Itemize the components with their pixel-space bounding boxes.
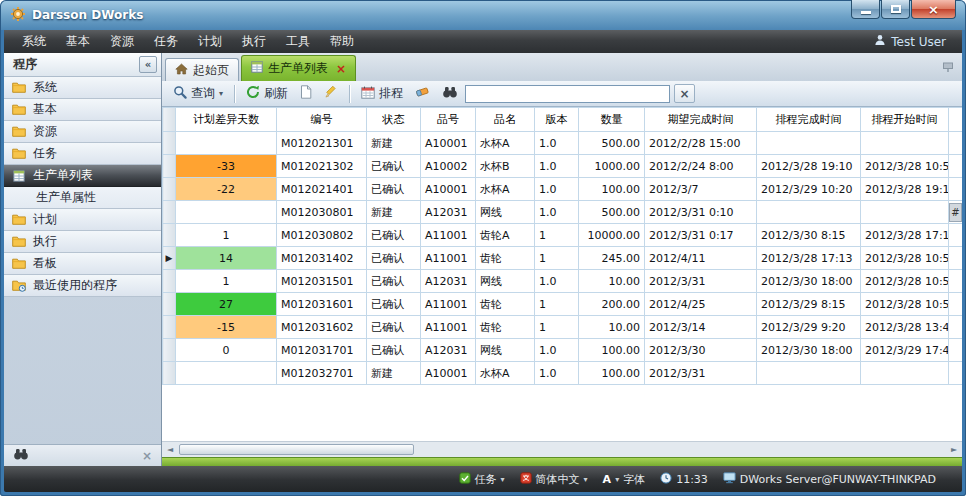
tab[interactable]: 起始页 <box>165 58 239 81</box>
pin-icon[interactable] <box>942 61 954 76</box>
cell: 新建 <box>367 201 421 224</box>
sidebar-item[interactable]: 执行 <box>4 231 161 253</box>
row-selector[interactable] <box>163 178 176 201</box>
menu-item[interactable]: 基本 <box>56 29 100 54</box>
user-indicator[interactable]: Test User <box>874 34 954 49</box>
sidebar-item[interactable]: 系统 <box>4 77 161 99</box>
column-header[interactable]: 状态 <box>367 108 421 132</box>
minimize-button[interactable] <box>851 0 880 19</box>
sidebar-item[interactable]: 生产单列表 <box>4 165 161 187</box>
row-selector[interactable] <box>163 201 176 224</box>
close-button[interactable]: × <box>911 0 956 19</box>
column-header[interactable]: 品号 <box>421 108 476 132</box>
binoculars-icon[interactable] <box>13 448 29 463</box>
column-header[interactable]: 品名 <box>476 108 535 132</box>
sidebar-item[interactable]: 计划 <box>4 209 161 231</box>
cell: 2012/4/11 <box>645 247 757 270</box>
column-header[interactable]: 数量 <box>579 108 645 132</box>
cell: M012031602 <box>277 316 367 339</box>
table-row[interactable]: 0M012031701已确认A12031网线1.0100.002012/3/30… <box>163 339 963 362</box>
row-selector[interactable] <box>163 293 176 316</box>
cell: 10000.00 <box>579 224 645 247</box>
sidebar-collapse-button[interactable]: « <box>139 56 157 73</box>
scroll-left-icon[interactable]: ◄ <box>162 445 178 454</box>
cell: 水杯A <box>476 178 535 201</box>
table-row[interactable]: -15M012031602已确认A11001齿轮110.002012/3/142… <box>163 316 963 339</box>
sidebar-item[interactable]: 资源 <box>4 121 161 143</box>
sidebar-item[interactable]: 最近使用的程序 <box>4 275 161 297</box>
table-row[interactable]: M012032701新建A10001水杯A1.0100.002012/3/31 <box>163 362 963 385</box>
status-task-dropdown[interactable]: 任务 ▾ <box>459 472 505 487</box>
tab-close-icon[interactable]: × <box>336 62 346 76</box>
table-row[interactable]: M012030801新建A12031网线1.0500.002012/3/31 0… <box>163 201 963 224</box>
row-selector[interactable] <box>163 339 176 362</box>
toolbar-search-input[interactable] <box>465 85 670 103</box>
cell: M012031501 <box>277 270 367 293</box>
menu-item[interactable]: 任务 <box>144 29 188 54</box>
eraser-button[interactable] <box>410 84 435 103</box>
find-button[interactable] <box>437 84 463 103</box>
scroll-right-icon[interactable]: ► <box>946 445 962 454</box>
cell: 网线 <box>476 339 535 362</box>
sidebar-search-close-icon[interactable]: × <box>142 449 152 463</box>
menu-item[interactable]: 资源 <box>100 29 144 54</box>
column-header[interactable]: 排程开始时间 <box>861 108 949 132</box>
column-header[interactable]: 计划差异天数 <box>176 108 277 132</box>
scrollbar-thumb[interactable] <box>179 444 414 455</box>
row-selector[interactable] <box>163 270 176 293</box>
column-header[interactable]: 版本 <box>535 108 579 132</box>
sidebar-item[interactable]: 基本 <box>4 99 161 121</box>
binoculars-icon <box>442 86 458 101</box>
sidebar-item[interactable]: 看板 <box>4 253 161 275</box>
table-row[interactable]: -22M012021401已确认A10001水杯A1.0100.002012/3… <box>163 178 963 201</box>
sidebar-item[interactable]: 生产单属性 <box>4 187 161 209</box>
table-row[interactable]: M012021301新建A10001水杯A1.0500.002012/2/28 … <box>163 132 963 155</box>
horizontal-scrollbar[interactable]: ◄ ► <box>162 441 962 457</box>
toolbar-clear-button[interactable]: × <box>674 84 695 103</box>
new-document-button[interactable] <box>295 83 317 104</box>
menu-item[interactable]: 帮助 <box>320 29 364 54</box>
cell: 2012/3/28 17:13 <box>757 247 861 270</box>
column-header[interactable]: 排程完成时间 <box>757 108 861 132</box>
tab[interactable]: 生产单列表× <box>241 55 356 81</box>
menu-item[interactable]: 计划 <box>188 29 232 54</box>
table-row[interactable]: ▶14M012031402已确认A11001齿轮1245.002012/4/11… <box>163 247 963 270</box>
edit-button[interactable] <box>319 83 343 104</box>
menu-item[interactable]: 工具 <box>276 29 320 54</box>
column-header[interactable]: 期望完成时间 <box>645 108 757 132</box>
status-language-dropdown[interactable]: 简体中文 ▾ <box>520 472 588 487</box>
search-icon <box>173 85 187 102</box>
cell <box>949 293 963 316</box>
cell: M012031701 <box>277 339 367 362</box>
query-button[interactable]: 查询 ▾ <box>168 83 228 104</box>
schedule-button[interactable]: 排程 <box>356 83 408 104</box>
status-font-dropdown[interactable]: A ▾ 字体 <box>603 472 646 487</box>
maximize-button[interactable] <box>881 0 910 19</box>
column-header[interactable]: 编号 <box>277 108 367 132</box>
row-selector[interactable] <box>163 362 176 385</box>
row-selector[interactable] <box>163 316 176 339</box>
hash-marker: # <box>949 203 962 222</box>
toolbar-separator <box>349 85 350 103</box>
cell <box>757 132 861 155</box>
row-selector[interactable] <box>163 224 176 247</box>
menu-items: 系统基本资源任务计划执行工具帮助 <box>12 29 364 54</box>
menu-item[interactable]: 执行 <box>232 29 276 54</box>
table-row[interactable]: 1M012031501已确认A12031网线1.010.002012/3/312… <box>163 270 963 293</box>
table-row[interactable]: -33M012021302已确认A10002水杯B1.01000.002012/… <box>163 155 963 178</box>
row-selector[interactable] <box>163 155 176 178</box>
clear-icon: × <box>679 87 689 101</box>
sidebar-item[interactable]: 任务 <box>4 143 161 165</box>
task-label: 任务 <box>475 472 497 487</box>
cell: 2012/3/29 17:46 <box>861 339 949 362</box>
menu-item[interactable]: 系统 <box>12 29 56 54</box>
column-header[interactable]: 首 <box>949 108 963 132</box>
cell: 1.0 <box>535 178 579 201</box>
sidebar-item-label: 资源 <box>33 123 57 140</box>
calendar-icon <box>361 86 375 102</box>
selected-row-pointer-icon[interactable]: ▶ <box>163 247 176 270</box>
refresh-button[interactable]: 刷新 <box>241 83 293 104</box>
table-row[interactable]: 1M012030802已确认A11001齿轮A110000.002012/3/3… <box>163 224 963 247</box>
table-row[interactable]: 27M012031601已确认A11001齿轮1200.002012/4/252… <box>163 293 963 316</box>
row-selector[interactable] <box>163 132 176 155</box>
